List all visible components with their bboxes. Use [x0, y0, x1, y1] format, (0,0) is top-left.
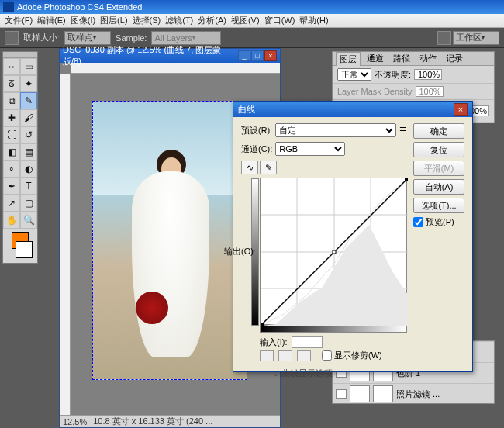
channel-select[interactable]: RGB	[275, 142, 345, 156]
gradient-tool[interactable]: ▤	[20, 143, 37, 160]
heal-tool[interactable]: ✚	[3, 109, 20, 126]
path-tool[interactable]: ↗	[3, 195, 20, 212]
app-title: Adobe Photoshop CS4 Extended	[17, 2, 142, 12]
preview-checkbox[interactable]: 预览(P)	[413, 216, 464, 228]
move-tool[interactable]: ↔	[3, 58, 20, 75]
output-label: 输出(O):	[224, 246, 256, 257]
workspace-menu[interactable]: 工作区 ▾	[453, 31, 499, 45]
ok-button[interactable]: 确定	[413, 123, 464, 139]
options-button[interactable]: 选项(T)...	[413, 198, 464, 213]
image-content	[92, 101, 247, 380]
layer-row[interactable]: 照片滤镜 ...	[333, 383, 494, 404]
preset-menu-icon[interactable]: ☰	[399, 126, 407, 136]
opacity-value[interactable]: 100%	[414, 69, 442, 80]
menu-analysis[interactable]: 分析(A)	[198, 15, 226, 26]
doc-info[interactable]: 10.8 英寸 x 16.133 英寸 (240 ...	[93, 416, 212, 427]
wand-tool[interactable]: ✦	[20, 75, 37, 92]
auto-button[interactable]: 自动(A)	[413, 179, 464, 195]
sample-size-label: 取样大小:	[23, 32, 60, 43]
zoom-readout[interactable]: 12.5%	[63, 417, 87, 426]
menu-edit[interactable]: 编辑(E)	[37, 15, 66, 26]
menu-window[interactable]: 窗口(W)	[264, 15, 295, 26]
tab-paths[interactable]: 路径	[390, 52, 413, 65]
app-icon	[3, 2, 14, 12]
curve-point-tool[interactable]: ∿	[241, 160, 258, 174]
curves-title: 曲线	[238, 104, 255, 116]
mask-density-value[interactable]: 100%	[416, 86, 444, 97]
sample-label: Sample:	[116, 33, 147, 43]
input-gradient	[260, 325, 407, 333]
menu-view[interactable]: 视图(V)	[231, 15, 260, 26]
shape-tool[interactable]: ▢	[20, 195, 37, 212]
history-brush-tool[interactable]: ↺	[20, 126, 37, 143]
toolbox: ↔ ▭ ᘔ ✦ ⧉ ✎ ✚ 🖌 ⛶ ↺ ◧ ▤ ∘ ◐ ✒ T ↗ ▢ ✋ 🔍	[2, 51, 38, 264]
brush-tool[interactable]: 🖌	[20, 109, 37, 126]
menu-help[interactable]: 帮助(H)	[299, 15, 328, 26]
tab-channels[interactable]: 通道	[364, 52, 387, 65]
curves-titlebar[interactable]: 曲线 ×	[233, 102, 472, 117]
curve-draw-tool[interactable]: ✎	[260, 160, 277, 174]
main-area: ↔ ▭ ᘔ ✦ ⧉ ✎ ✚ 🖌 ⛶ ↺ ◧ ▤ ∘ ◐ ✒ T ↗ ▢ ✋ 🔍	[0, 48, 504, 428]
preset-select[interactable]: 自定	[275, 123, 396, 137]
app-titlebar: Adobe Photoshop CS4 Extended	[0, 0, 504, 14]
sample-target-select[interactable]: All Layers▾	[151, 31, 221, 45]
layer-mask-thumb[interactable]	[373, 385, 393, 402]
document-statusbar: 12.5% 10.8 英寸 x 16.133 英寸 (240 ...	[60, 415, 280, 427]
input-value[interactable]	[292, 336, 323, 348]
svg-rect-8	[261, 323, 264, 326]
stamp-tool[interactable]: ⛶	[3, 126, 20, 143]
screenmode-icon[interactable]	[437, 31, 451, 45]
show-clipping-checkbox[interactable]: 显示修剪(W)	[322, 350, 382, 361]
smooth-button: 平滑(M)	[413, 160, 464, 176]
doc-maximize-button[interactable]: □	[251, 50, 264, 61]
svg-rect-10	[405, 178, 408, 181]
eyedropper-tool[interactable]: ✎	[20, 92, 37, 109]
menu-image[interactable]: 图像(I)	[71, 15, 95, 26]
hand-tool[interactable]: ✋	[3, 212, 20, 229]
doc-minimize-button[interactable]: _	[238, 50, 250, 61]
dodge-tool[interactable]: ◐	[20, 160, 37, 178]
svg-rect-9	[333, 250, 336, 254]
tab-actions[interactable]: 动作	[416, 52, 440, 65]
crop-tool[interactable]: ⧉	[3, 92, 20, 109]
current-tool-icon[interactable]	[5, 31, 19, 45]
pen-tool[interactable]: ✒	[3, 178, 20, 195]
input-label: 输入(I):	[260, 337, 287, 348]
marquee-tool[interactable]: ▭	[20, 58, 37, 75]
curve-display-options-toggle[interactable]: ⌄ 曲线显示选项	[272, 368, 407, 379]
sample-size-select[interactable]: 取样点▾	[64, 31, 111, 45]
doc-close-button[interactable]: ×	[264, 50, 277, 61]
blend-mode-select[interactable]: 正常	[337, 68, 371, 81]
curves-dialog: 曲线 × 预设(R): 自定 ☰ 通道(C): RGB ∿ ✎	[233, 101, 473, 372]
white-point-picker-icon[interactable]	[297, 350, 311, 361]
menu-bar: 文件(F) 编辑(E) 图像(I) 图层(L) 选择(S) 滤镜(T) 分析(A…	[0, 14, 504, 28]
toolbox-grip[interactable]	[3, 52, 37, 58]
lasso-tool[interactable]: ᘔ	[3, 75, 20, 92]
menu-file[interactable]: 文件(F)	[5, 15, 33, 26]
preset-label: 预设(R):	[241, 125, 272, 136]
curves-graph[interactable]	[260, 178, 407, 325]
zoom-tool[interactable]: 🔍	[20, 212, 37, 229]
menu-filter[interactable]: 滤镜(T)	[165, 15, 193, 26]
cancel-button[interactable]: 复位	[413, 142, 464, 157]
layer-name[interactable]: 照片滤镜 ...	[396, 388, 440, 400]
black-point-picker-icon[interactable]	[260, 350, 274, 361]
visibility-toggle-icon[interactable]	[336, 389, 347, 399]
document-titlebar[interactable]: DSC_0030 副本 @ 12.5% (曲线 7, 图层蒙版/8) _ □ ×	[60, 49, 280, 63]
menu-select[interactable]: 选择(S)	[133, 15, 161, 26]
channel-label: 通道(C):	[241, 143, 272, 155]
eraser-tool[interactable]: ◧	[3, 143, 20, 160]
opacity-label: 不透明度:	[375, 69, 411, 81]
ruler-vertical[interactable]	[60, 74, 71, 415]
menu-layer[interactable]: 图层(L)	[100, 15, 127, 26]
color-swatches[interactable]	[3, 229, 37, 263]
layer-thumb[interactable]	[350, 385, 370, 402]
mask-density-label: Layer Mask Density	[337, 87, 413, 96]
background-color[interactable]	[16, 241, 33, 258]
type-tool[interactable]: T	[20, 178, 37, 195]
tab-history[interactable]: 记录	[443, 52, 466, 65]
tab-layers[interactable]: 图层	[336, 52, 361, 66]
blur-tool[interactable]: ∘	[3, 160, 20, 178]
curves-close-button[interactable]: ×	[454, 103, 468, 116]
gray-point-picker-icon[interactable]	[278, 350, 292, 361]
